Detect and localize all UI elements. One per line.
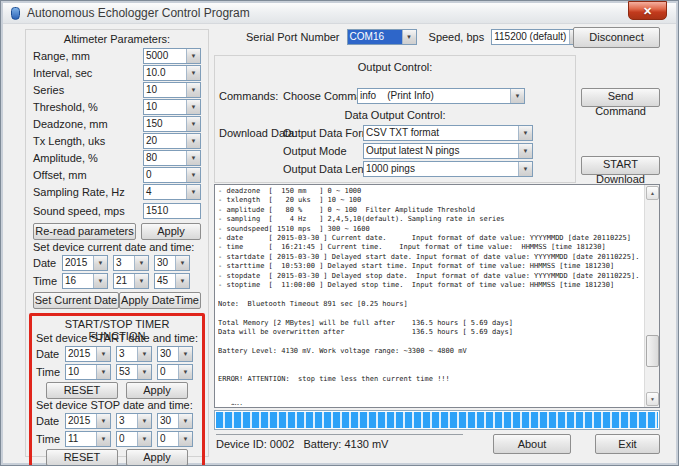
chevron-down-icon[interactable]: ▼ [178,347,192,361]
output-data-length-value: 1000 pings [364,162,518,176]
deadzone-select[interactable]: 150 ▼ [143,116,201,132]
apply-datetime-button[interactable]: Apply DateTime [119,292,201,309]
interval-select[interactable]: 10.0 ▼ [143,65,201,81]
progress-fill [216,412,658,428]
chevron-down-icon[interactable]: ▼ [137,432,151,446]
exit-button[interactable]: Exit [595,434,660,454]
chevron-down-icon[interactable]: ▼ [518,162,532,176]
current-year-select[interactable]: 2015 ▼ [62,255,108,271]
output-mode-select[interactable]: Output latest N pings ▼ [363,143,533,159]
chevron-down-icon[interactable]: ▼ [186,117,200,131]
chevron-down-icon[interactable]: ▼ [178,432,192,446]
current-second-select[interactable]: 45 ▼ [154,273,190,289]
start-second-value: 0 [158,365,178,379]
stop-day-select[interactable]: 30 ▼ [157,413,193,429]
reread-parameters-button[interactable]: Re-read parameters [33,223,136,240]
chevron-down-icon[interactable]: ▼ [186,100,200,114]
stop-reset-button[interactable]: RESET [46,449,118,466]
commands-label: Commands: [219,90,283,102]
stop-minute-select[interactable]: 0 ▼ [116,431,152,447]
sound-speed-input[interactable]: 1510 [143,203,201,219]
start-reset-button[interactable]: RESET [46,382,118,399]
start-second-select[interactable]: 0 ▼ [157,364,193,380]
chevron-down-icon[interactable]: ▼ [96,432,110,446]
chevron-down-icon[interactable]: ▼ [93,274,107,288]
range-value: 5000 [144,49,186,63]
serial-port-select[interactable]: COM16 ▼ [347,29,417,45]
current-day-value: 30 [155,256,175,270]
set-current-date-button[interactable]: Set Current Date [33,292,119,309]
chevron-down-icon[interactable]: ▼ [186,185,200,199]
chevron-down-icon[interactable]: ▼ [178,414,192,428]
chevron-down-icon[interactable]: ▼ [186,134,200,148]
start-hour-select[interactable]: 10 ▼ [65,364,111,380]
scroll-down-icon[interactable]: ▼ [646,392,659,406]
console-scrollbar[interactable]: ▲ ▼ [644,185,659,407]
console-output[interactable]: - deadzone [ 150 mm ] 0 ~ 1000 - txlengt… [214,184,660,408]
chevron-down-icon[interactable]: ▼ [137,365,151,379]
output-data-format-value: CSV TXT format [364,126,518,140]
start-year-select[interactable]: 2015 ▼ [65,346,111,362]
scroll-up-icon[interactable]: ▲ [646,186,659,200]
stop-hour-select[interactable]: 11 ▼ [65,431,111,447]
chevron-down-icon[interactable]: ▼ [134,274,148,288]
param-row: Range, mm 5000 ▼ [33,47,201,64]
start-apply-button[interactable]: Apply [126,382,188,399]
amplitude-select[interactable]: 80 ▼ [143,150,201,166]
range-select[interactable]: 5000 ▼ [143,48,201,64]
scrollbar-thumb[interactable] [646,335,659,367]
current-minute-select[interactable]: 21 ▼ [113,273,149,289]
offset-select[interactable]: 0 ▼ [143,167,201,183]
stop-month-select[interactable]: 3 ▼ [116,413,152,429]
output-data-length-select[interactable]: 1000 pings ▼ [363,161,533,177]
start-minute-select[interactable]: 53 ▼ [116,364,152,380]
chevron-down-icon[interactable]: ▼ [96,347,110,361]
current-hour-select[interactable]: 16 ▼ [62,273,108,289]
param-row: Threshold, % 10 ▼ [33,98,201,115]
stop-year-select[interactable]: 2015 ▼ [65,413,111,429]
output-mode-value: Output latest N pings [364,144,518,158]
chevron-down-icon[interactable]: ▼ [175,274,189,288]
close-icon[interactable]: ✕ [628,1,667,20]
disconnect-button[interactable]: Disconnect [573,27,660,48]
stop-second-select[interactable]: 0 ▼ [157,431,193,447]
start-day-select[interactable]: 30 ▼ [157,346,193,362]
start-day-value: 30 [158,347,178,361]
chevron-down-icon[interactable]: ▼ [186,83,200,97]
apply-parameters-button[interactable]: Apply [141,223,201,240]
txlength-select[interactable]: 20 ▼ [143,133,201,149]
start-download-button[interactable]: START Download [581,156,660,175]
chevron-down-icon[interactable]: ▼ [186,49,200,63]
speed-select[interactable]: 115200 (default) ▼ [491,29,584,45]
current-month-select[interactable]: 3 ▼ [113,255,149,271]
chevron-down-icon[interactable]: ▼ [186,151,200,165]
status-bar: Device ID: 0002 Battery: 4130 mV [216,434,463,450]
chevron-down-icon[interactable]: ▼ [186,168,200,182]
chevron-down-icon[interactable]: ▼ [518,126,532,140]
output-data-format-select[interactable]: CSV TXT format ▼ [363,125,533,141]
chevron-down-icon[interactable]: ▼ [178,365,192,379]
date-label: Date [36,415,65,427]
chevron-down-icon[interactable]: ▼ [96,414,110,428]
chevron-down-icon[interactable]: ▼ [186,66,200,80]
chevron-down-icon[interactable]: ▼ [518,144,532,158]
chevron-down-icon[interactable]: ▼ [137,347,151,361]
download-data-label: Download Data: [219,127,283,139]
chevron-down-icon[interactable]: ▼ [96,365,110,379]
sampling-rate-select[interactable]: 4 ▼ [143,184,201,200]
current-day-select[interactable]: 30 ▼ [154,255,190,271]
chevron-down-icon[interactable]: ▼ [175,256,189,270]
start-month-select[interactable]: 3 ▼ [116,346,152,362]
stop-apply-button[interactable]: Apply [126,449,188,466]
send-command-button[interactable]: Send Command [581,88,660,107]
threshold-select[interactable]: 10 ▼ [143,99,201,115]
about-button[interactable]: About [493,434,571,454]
chevron-down-icon[interactable]: ▼ [93,256,107,270]
chevron-down-icon[interactable]: ▼ [402,30,416,44]
chevron-down-icon[interactable]: ▼ [134,256,148,270]
chevron-down-icon[interactable]: ▼ [137,414,151,428]
chevron-down-icon[interactable]: ▼ [510,89,524,103]
series-select[interactable]: 10 ▼ [143,82,201,98]
param-row: Deadzone, mm 150 ▼ [33,115,201,132]
choose-command-select[interactable]: info (Print Info) ▼ [357,88,525,104]
